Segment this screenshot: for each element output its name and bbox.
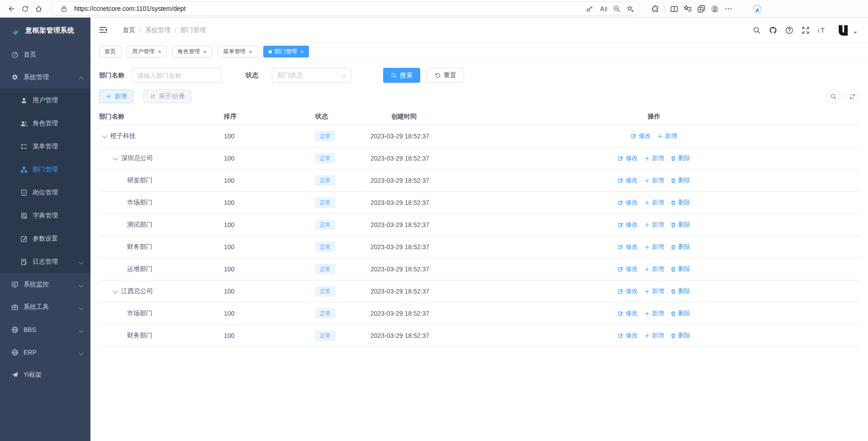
row-action-edit[interactable]: 修改 xyxy=(618,332,638,340)
fontsize-icon[interactable]: tT xyxy=(816,25,827,36)
readaloud-icon[interactable] xyxy=(596,2,610,15)
row-action-edit[interactable]: 修改 xyxy=(618,243,638,251)
home-icon[interactable] xyxy=(32,2,45,15)
breadcrumb-home[interactable]: 首页 xyxy=(123,26,135,34)
row-action-add[interactable]: 新增 xyxy=(657,132,677,140)
row-action-add[interactable]: 新增 xyxy=(644,154,664,162)
search-button[interactable]: 搜索 xyxy=(383,68,420,83)
row-action-edit[interactable]: 修改 xyxy=(618,199,638,207)
table-refresh-icon[interactable] xyxy=(845,89,859,104)
tab-close-icon[interactable]: × xyxy=(204,49,207,55)
sidebar-item-role[interactable]: 角色管理 xyxy=(0,112,90,135)
tab-close-icon[interactable]: × xyxy=(158,49,161,55)
tab-close-icon[interactable]: × xyxy=(300,49,304,55)
header-icons: tT xyxy=(746,25,827,36)
status-badge: 正常 xyxy=(315,242,335,252)
row-action-add[interactable]: 新增 xyxy=(644,309,664,318)
tree-expand-icon[interactable] xyxy=(113,289,118,294)
chevron-down-icon xyxy=(79,283,83,287)
row-action-delete[interactable]: 删除 xyxy=(670,309,690,318)
puzzle-icon[interactable] xyxy=(648,2,661,15)
add-button[interactable]: 新增 xyxy=(99,90,133,103)
row-action-add[interactable]: 新增 xyxy=(644,243,664,251)
sidebar-item-tools[interactable]: 系统工具 xyxy=(0,296,90,318)
tag-tab[interactable]: 角色管理 × xyxy=(172,46,213,57)
row-action-add[interactable]: 新增 xyxy=(644,287,664,295)
sidebar-item-yi[interactable]: Yi框架 xyxy=(0,364,90,386)
tree-expand-icon[interactable] xyxy=(102,133,107,139)
row-action-edit[interactable]: 修改 xyxy=(618,309,638,318)
row-action-delete[interactable]: 删除 xyxy=(670,176,690,185)
avatar-icon[interactable] xyxy=(708,2,721,15)
row-action-add[interactable]: 新增 xyxy=(644,221,664,229)
sidebar-item-param[interactable]: 参数设置 xyxy=(0,227,90,250)
row-action-delete[interactable]: 删除 xyxy=(670,332,690,340)
table-search-icon[interactable] xyxy=(826,89,840,104)
fullscreen-icon[interactable] xyxy=(800,25,811,36)
url-input[interactable] xyxy=(71,5,583,12)
chevron-down-icon[interactable] xyxy=(853,30,858,35)
status-badge: 正常 xyxy=(315,331,335,341)
row-action-edit[interactable]: 修改 xyxy=(618,176,638,185)
row-action-delete[interactable]: 删除 xyxy=(670,287,690,295)
tag-tab[interactable]: 菜单管理 × xyxy=(218,46,258,57)
menulist-icon xyxy=(20,143,28,150)
status-badge: 正常 xyxy=(315,131,335,141)
row-action-add[interactable]: 新增 xyxy=(644,199,664,207)
breadcrumb-system[interactable]: 系统管理 xyxy=(145,26,171,34)
lock-icon[interactable] xyxy=(57,2,71,15)
tag-tab[interactable]: 用户管理 × xyxy=(127,46,167,57)
sidebar-item-monitor[interactable]: 系统监控 xyxy=(0,273,90,296)
favlist-icon[interactable] xyxy=(681,2,694,15)
sidebar-item-bbs[interactable]: BBS xyxy=(0,318,90,341)
tab-close-icon[interactable]: × xyxy=(249,49,252,55)
status-select[interactable]: 部门状态 xyxy=(272,68,351,83)
bing-icon[interactable] xyxy=(750,2,764,15)
staradd-icon[interactable] xyxy=(623,2,637,15)
row-action-edit[interactable]: 修改 xyxy=(618,265,638,273)
key-icon[interactable] xyxy=(583,2,596,15)
sidebar-item-erp[interactable]: ERP xyxy=(0,341,90,364)
yi-logo-icon[interactable] xyxy=(836,24,850,37)
sidebar-item-user[interactable]: 用户管理 xyxy=(0,89,90,112)
address-bar[interactable] xyxy=(52,2,640,15)
row-action-edit[interactable]: 修改 xyxy=(618,221,638,229)
sidebar-item-system[interactable]: 系统管理 xyxy=(0,66,90,89)
row-action-delete[interactable]: 删除 xyxy=(670,154,690,162)
more-icon[interactable] xyxy=(721,2,735,15)
dept-name-input[interactable] xyxy=(132,68,222,83)
back-icon[interactable] xyxy=(5,2,18,15)
row-action-edit[interactable]: 修改 xyxy=(618,287,638,295)
refresh-icon[interactable] xyxy=(18,2,32,15)
sidebar: 意框架管理系统 首页 系统管理 用户管理 角色管理 菜单管理 部门管理 岗位管理… xyxy=(0,18,90,441)
row-action-edit[interactable]: 修改 xyxy=(618,154,638,162)
row-action-delete[interactable]: 删除 xyxy=(670,265,690,273)
tree-expand-icon[interactable] xyxy=(113,156,118,161)
sidebar-item-dict[interactable]: 字典管理 xyxy=(0,204,90,227)
sidebar-item-menu[interactable]: 菜单管理 xyxy=(0,135,90,158)
question-icon[interactable] xyxy=(784,25,795,36)
expand-collapse-button[interactable]: 展开/折叠 xyxy=(143,90,191,103)
row-action-delete[interactable]: 删除 xyxy=(670,243,690,251)
reset-button[interactable]: 重置 xyxy=(427,68,464,83)
row-action-add[interactable]: 新增 xyxy=(644,265,664,273)
row-action-edit[interactable]: 修改 xyxy=(631,132,651,140)
sidebar-item-dept[interactable]: 部门管理 xyxy=(0,158,90,181)
sidebar-item-log[interactable]: 日志管理 xyxy=(0,250,90,273)
split-icon[interactable] xyxy=(667,2,681,15)
search-icon[interactable] xyxy=(751,25,762,36)
row-actions: 修改新增删除 xyxy=(616,332,693,340)
row-action-delete[interactable]: 删除 xyxy=(670,221,690,229)
tag-tab[interactable]: 首页 xyxy=(99,46,121,57)
sidebar-item-post[interactable]: 岗位管理 xyxy=(0,181,90,204)
tab-label: 部门管理 xyxy=(275,48,297,56)
github-icon[interactable] xyxy=(768,25,778,36)
tabcopy-icon[interactable] xyxy=(694,2,708,15)
sidebar-item-home[interactable]: 首页 xyxy=(0,43,90,66)
row-action-add[interactable]: 新增 xyxy=(644,176,664,185)
row-action-add[interactable]: 新增 xyxy=(644,332,664,340)
tag-tab[interactable]: 部门管理 × xyxy=(263,46,309,57)
sidebar-collapse-icon[interactable] xyxy=(99,25,109,35)
zoomout-icon[interactable] xyxy=(610,2,623,15)
row-action-delete[interactable]: 删除 xyxy=(670,199,690,207)
